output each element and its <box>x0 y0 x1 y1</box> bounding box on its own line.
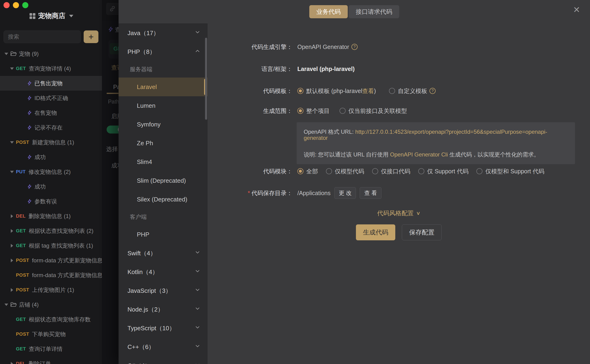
scope-radio[interactable] <box>340 108 346 114</box>
tree-item[interactable]: 成功 <box>0 150 102 164</box>
collapse-arrow-icon[interactable] <box>9 288 14 292</box>
language-item[interactable]: Symfony <box>118 115 208 134</box>
module-label: 代码模块： <box>208 168 292 175</box>
language-item-label: Laravel <box>137 83 157 91</box>
chevron-down-icon <box>195 362 201 364</box>
close-window-button[interactable] <box>4 2 10 8</box>
folder-icon <box>10 302 17 308</box>
tree-item[interactable]: GET查询订单详情 <box>0 342 102 356</box>
scope-radio[interactable] <box>297 108 303 114</box>
tree-item[interactable]: PUT修改宠物信息 (2) <box>0 164 102 179</box>
language-item[interactable]: Kotlin（4） <box>118 263 208 281</box>
module-option: 仅接口代码 <box>372 168 410 175</box>
radio-default-template[interactable] <box>297 88 303 94</box>
tree-item[interactable]: POST新建宠物信息 (1) <box>0 135 102 150</box>
collapse-arrow-icon[interactable] <box>9 244 14 247</box>
openapi-url-box: OpenAPI 格式 URL: http://127.0.0.1:4523/ex… <box>297 122 575 164</box>
language-item[interactable]: Lumen <box>118 96 208 115</box>
chevron-down-icon <box>195 325 201 332</box>
scrollbar-thumb[interactable] <box>205 38 207 120</box>
bolt-icon <box>27 154 32 160</box>
expand-arrow-icon[interactable] <box>9 171 14 173</box>
language-item-label: Silex (Deprecated) <box>137 196 187 203</box>
language-item[interactable]: PHP <box>118 225 208 244</box>
tree-item[interactable]: 成功 <box>0 179 102 194</box>
tree-item[interactable]: POST上传宠物图片 (1) <box>0 282 102 297</box>
language-item[interactable]: C#（4） <box>118 356 208 364</box>
language-item[interactable]: Slim (Deprecated) <box>118 171 208 190</box>
tree-item[interactable]: DEL删除宠物信息 (1) <box>0 209 102 223</box>
tree-item[interactable]: POSTform-data 方式更新宠物信息 <box>0 268 102 282</box>
bolt-icon <box>27 95 32 101</box>
change-dir-button[interactable]: 更 改 <box>334 187 356 199</box>
collapse-arrow-icon[interactable] <box>9 259 14 262</box>
tree-item[interactable]: DEL删除订单 <box>0 356 102 364</box>
tree-item[interactable]: 店铺 (4) <box>0 297 102 312</box>
module-option: 仅模型和 Support 代码 <box>476 168 544 175</box>
template-label: 代码模板： <box>208 87 292 95</box>
module-radio[interactable] <box>372 168 378 174</box>
expand-arrow-icon[interactable] <box>9 67 14 70</box>
minimize-window-button[interactable] <box>13 2 19 8</box>
add-api-button[interactable]: + <box>84 30 98 43</box>
tree-item-label: 成功 <box>34 153 46 161</box>
generate-code-button[interactable]: 生成代码 <box>356 224 395 240</box>
language-item[interactable]: TypeScript（10） <box>118 319 208 338</box>
tree-item[interactable]: GET根据状态查询宠物库存数 <box>0 312 102 327</box>
language-item[interactable]: Swift（4） <box>118 244 208 263</box>
language-item[interactable]: C++（6） <box>118 338 208 356</box>
language-item-label: Slim4 <box>137 158 152 166</box>
language-item[interactable]: Node.js（2） <box>118 300 208 319</box>
language-item[interactable]: JavaScript（3） <box>118 281 208 300</box>
search-input[interactable] <box>4 30 81 43</box>
tree-item[interactable]: GET根据状态查找宠物列表 (2) <box>0 223 102 238</box>
collapse-arrow-icon[interactable] <box>9 229 14 233</box>
collapse-arrow-icon[interactable] <box>9 362 14 364</box>
project-switcher[interactable]: 宠物商店 <box>30 11 73 21</box>
module-radio[interactable] <box>297 168 303 174</box>
tree-item[interactable]: 参数有误 <box>0 194 102 209</box>
module-radio[interactable] <box>326 168 332 174</box>
expand-arrow-icon[interactable] <box>4 304 9 306</box>
tree-item[interactable]: GET查询宠物详情 (4) <box>0 61 102 76</box>
expand-arrow-icon[interactable] <box>9 141 14 143</box>
tree-item[interactable]: POST下单购买宠物 <box>0 327 102 342</box>
bolt-icon <box>27 183 32 190</box>
generator-cli-link[interactable]: OpenAPI Generator Cli <box>390 151 448 158</box>
language-panel: Java（17）PHP（8）服务器端LaravelLumenSymfonyZe … <box>118 23 208 364</box>
language-item[interactable]: Laravel <box>118 78 208 96</box>
help-icon[interactable]: ? <box>351 44 358 50</box>
language-item[interactable]: Silex (Deprecated) <box>118 190 208 209</box>
language-item[interactable]: Java（17） <box>118 24 208 42</box>
tree-item-label: 新建宠物信息 (1) <box>32 139 74 146</box>
tree-item[interactable]: ID格式不正确 <box>0 91 102 105</box>
tree-item[interactable]: 已售出宠物 <box>0 76 102 91</box>
collapse-arrow-icon[interactable] <box>9 214 14 218</box>
tree-item[interactable]: 宠物 (9) <box>0 46 102 61</box>
tree-item-label: 上传宠物图片 (1) <box>32 286 74 294</box>
radio-custom-template[interactable] <box>389 88 395 94</box>
language-item-label: JavaScript（3） <box>127 287 171 295</box>
help-icon[interactable]: ? <box>429 88 436 94</box>
expand-arrow-icon[interactable] <box>4 53 9 55</box>
language-item[interactable]: PHP（8） <box>118 42 208 61</box>
zoom-window-button[interactable] <box>22 2 28 8</box>
template-view-link[interactable]: 查看 <box>362 87 374 95</box>
style-config-toggle[interactable]: 代码风格配置∨ <box>208 209 590 217</box>
tree-item[interactable]: GET根据 tag 查找宠物列表 (1) <box>0 238 102 253</box>
language-item[interactable]: Slim4 <box>118 152 208 171</box>
engine-value: OpenAPI Generator <box>297 44 349 50</box>
language-item-label: Slim (Deprecated) <box>137 177 186 184</box>
tree-item[interactable]: POSTform-data 方式更新宠物信息 <box>0 253 102 268</box>
tree-item[interactable]: 记录不存在 <box>0 120 102 135</box>
module-radio[interactable] <box>476 168 482 174</box>
view-dir-button[interactable]: 查 看 <box>360 187 381 199</box>
modal-dim-overlay <box>102 0 118 364</box>
method-label: POST <box>16 258 29 263</box>
language-item-label: TypeScript（10） <box>127 324 175 332</box>
language-item-label: PHP（8） <box>127 48 156 56</box>
save-config-button[interactable]: 保存配置 <box>402 224 442 240</box>
module-radio[interactable] <box>418 168 424 174</box>
language-item[interactable]: Ze Ph <box>118 134 208 152</box>
tree-item[interactable]: 在售宠物 <box>0 105 102 120</box>
